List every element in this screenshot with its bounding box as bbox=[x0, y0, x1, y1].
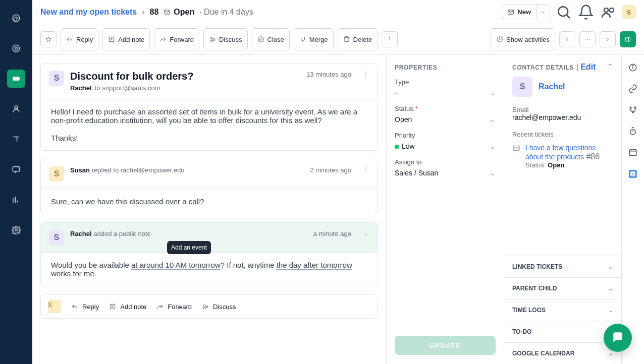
label: Status bbox=[395, 105, 413, 112]
show-activities-button[interactable]: Show activities bbox=[491, 28, 555, 50]
star-button[interactable] bbox=[40, 31, 57, 47]
discuss-button[interactable]: Discuss bbox=[203, 28, 248, 50]
new-button[interactable]: New bbox=[502, 5, 536, 19]
to-label: To bbox=[93, 84, 100, 92]
avatar-initial: S bbox=[520, 82, 525, 91]
message-time: 2 minutes ago bbox=[310, 166, 351, 174]
next-ticket[interactable] bbox=[600, 31, 616, 47]
footer-discuss[interactable]: Discuss bbox=[202, 303, 236, 311]
avatar-initial: S bbox=[54, 169, 60, 178]
message-more[interactable] bbox=[362, 166, 369, 175]
label: Priority bbox=[395, 132, 496, 139]
chat-bubble-icon bbox=[611, 331, 624, 344]
note-underline-1[interactable]: at around 10 AM tomorrow bbox=[131, 261, 221, 269]
accordion-linked[interactable]: LINKED TICKETS⌄ bbox=[504, 256, 621, 277]
nav-settings-item[interactable] bbox=[7, 221, 25, 239]
svg-point-19 bbox=[389, 39, 390, 40]
svg-point-22 bbox=[585, 39, 586, 40]
forward-icon bbox=[159, 36, 167, 43]
link-icon[interactable] bbox=[628, 84, 637, 93]
info-icon[interactable] bbox=[628, 63, 637, 72]
svg-point-1 bbox=[13, 45, 20, 52]
contact-name[interactable]: Rachel bbox=[539, 82, 565, 91]
calendar-icon[interactable] bbox=[628, 148, 637, 157]
svg-rect-17 bbox=[345, 38, 349, 42]
note-icon bbox=[108, 36, 115, 43]
field-assign[interactable]: Assign to Sales / Susan⌄ bbox=[395, 158, 496, 177]
accordion-time-logs[interactable]: TIME LOGS⌄ bbox=[504, 299, 621, 321]
nav-knowledge-item[interactable] bbox=[7, 130, 25, 148]
note-underline-2[interactable]: the day after tomorrow bbox=[277, 261, 352, 269]
nav-chats-item[interactable] bbox=[7, 160, 25, 178]
chevron-down-icon: ⌄ bbox=[490, 115, 496, 124]
user-avatar[interactable]: s bbox=[622, 5, 636, 19]
footer-add-note[interactable]: Add note bbox=[109, 303, 146, 311]
message-more[interactable] bbox=[362, 71, 369, 80]
contact-eyebrow: CONTACT DETAILS bbox=[512, 64, 574, 71]
side-panel-toggle[interactable] bbox=[620, 31, 636, 47]
action-text: replied to bbox=[92, 166, 119, 174]
accordion-parent-child[interactable]: PARENT CHILD⌄ bbox=[504, 277, 621, 299]
note-text-middle: ? If not, anytime bbox=[221, 261, 277, 269]
forward-button[interactable]: Forward bbox=[154, 28, 199, 50]
avatar-initial: S bbox=[54, 74, 60, 83]
svg-point-2 bbox=[15, 47, 18, 50]
svg-point-36 bbox=[203, 305, 205, 307]
contact-edit-link[interactable]: Edit bbox=[580, 63, 596, 71]
svg-point-23 bbox=[587, 39, 588, 40]
reply-icon bbox=[66, 36, 73, 43]
svg-point-27 bbox=[365, 74, 366, 75]
field-status[interactable]: Status* Open⌄ bbox=[395, 105, 496, 124]
top-bar: New and my open tickets › 88 Open · Due … bbox=[32, 0, 644, 24]
check-circle-icon bbox=[257, 36, 264, 43]
delete-button[interactable]: Delete bbox=[338, 28, 378, 50]
action-text: added a public note bbox=[93, 230, 150, 237]
chat-fab[interactable] bbox=[604, 324, 632, 352]
search-button[interactable] bbox=[555, 4, 572, 21]
update-button[interactable]: UPDATE bbox=[395, 336, 496, 355]
footer-forward[interactable]: Forward bbox=[156, 303, 192, 311]
nav-analytics-item[interactable] bbox=[7, 191, 25, 209]
prev-ticket[interactable] bbox=[559, 31, 575, 47]
field-type[interactable]: Type --⌄ bbox=[395, 78, 496, 97]
org-button[interactable] bbox=[600, 4, 617, 21]
hierarchy-icon[interactable] bbox=[628, 105, 637, 114]
email-value: rachel@empower.edu bbox=[512, 113, 613, 122]
svg-point-34 bbox=[365, 235, 366, 236]
mail-icon bbox=[507, 9, 514, 16]
svg-point-29 bbox=[365, 167, 366, 168]
more-actions[interactable] bbox=[382, 31, 398, 47]
accordion-google-calendar[interactable]: GOOGLE CALENDAR⌄ bbox=[504, 342, 621, 364]
discuss-icon bbox=[209, 36, 216, 43]
avatar: S bbox=[49, 230, 64, 245]
svg-rect-13 bbox=[110, 37, 114, 41]
collapse-contact-icon[interactable]: ⌃ bbox=[607, 62, 613, 72]
merge-button[interactable]: Merge bbox=[294, 28, 334, 50]
ticket-title: Discount for bulk orders? bbox=[70, 71, 300, 82]
nav-tickets-item[interactable] bbox=[7, 70, 25, 88]
pager-more[interactable] bbox=[579, 31, 596, 47]
label: Forward bbox=[168, 303, 192, 311]
chevron-left-icon bbox=[564, 36, 570, 42]
svg-point-6 bbox=[15, 229, 18, 231]
ticket-icon bbox=[512, 144, 520, 169]
gcal-icon[interactable]: 31 bbox=[628, 169, 638, 179]
bell-icon bbox=[578, 4, 594, 20]
stopwatch-icon[interactable] bbox=[628, 127, 637, 136]
accordion-label: TIME LOGS bbox=[512, 307, 546, 314]
nav-explore-item[interactable] bbox=[7, 39, 25, 57]
close-button[interactable]: Close bbox=[252, 28, 290, 50]
notifications-button[interactable] bbox=[577, 4, 595, 21]
crumb-list-link[interactable]: New and my open tickets bbox=[40, 8, 137, 17]
new-button-caret[interactable] bbox=[536, 4, 550, 20]
nav-contacts-item[interactable] bbox=[7, 100, 25, 118]
recent-ticket-title[interactable]: I have a few questions about the product… bbox=[525, 144, 596, 161]
message-more[interactable] bbox=[362, 230, 369, 239]
svg-marker-12 bbox=[46, 37, 51, 42]
field-priority[interactable]: Priority Low⌄ bbox=[395, 132, 496, 150]
footer-reply[interactable]: Reply bbox=[71, 303, 99, 311]
label: Type bbox=[395, 78, 496, 86]
reply-button[interactable]: Reply bbox=[61, 28, 98, 50]
svg-point-31 bbox=[365, 171, 366, 172]
add-note-button[interactable]: Add note bbox=[102, 28, 150, 50]
